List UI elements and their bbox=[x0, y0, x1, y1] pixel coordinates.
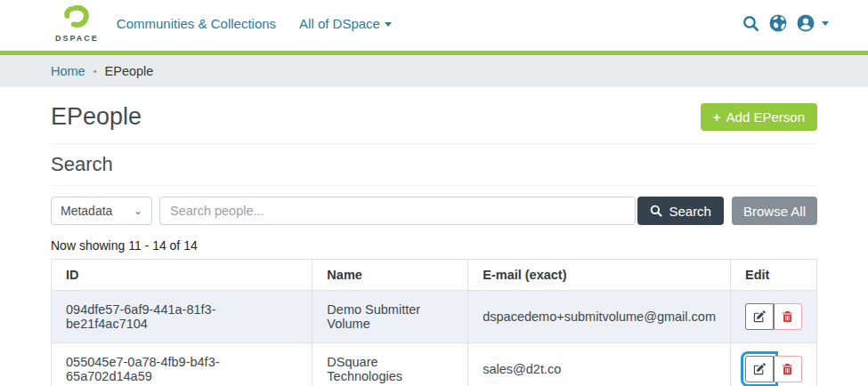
breadcrumb-current: EPeople bbox=[105, 64, 154, 78]
delete-eperson-button[interactable] bbox=[774, 303, 802, 330]
chevron-down-icon bbox=[385, 22, 392, 27]
plus-icon: + bbox=[713, 109, 721, 125]
delete-eperson-button[interactable] bbox=[774, 356, 802, 382]
trash-icon bbox=[782, 310, 793, 323]
top-navbar: DSPACE Communities & Collections All of … bbox=[0, 0, 868, 55]
column-header-id: ID bbox=[52, 260, 312, 291]
table-row: 055045e7-0a78-4fb9-b4f3-65a702d14a59 DSq… bbox=[52, 343, 817, 386]
dspace-logo-text: DSPACE bbox=[55, 34, 99, 43]
column-header-name: Name bbox=[312, 260, 468, 291]
globe-icon[interactable] bbox=[769, 14, 787, 32]
cell-name: DSquare Technologies bbox=[312, 343, 468, 386]
search-icon bbox=[650, 205, 662, 217]
cell-email: sales@d2t.co bbox=[468, 343, 731, 386]
edit-eperson-button[interactable] bbox=[745, 303, 774, 330]
page-title: EPeople bbox=[51, 103, 142, 131]
cell-id: 094dfe57-6af9-441a-81f3-be21f4ac7104 bbox=[52, 291, 312, 343]
divider bbox=[51, 185, 817, 186]
user-icon[interactable] bbox=[797, 14, 815, 32]
cell-email: dspacedemo+submitvolume@gmail.com bbox=[468, 291, 731, 343]
user-menu-caret-icon[interactable] bbox=[822, 21, 829, 26]
cell-name: Demo Submitter Volume bbox=[312, 291, 468, 343]
breadcrumb-home[interactable]: Home bbox=[51, 64, 85, 78]
search-input[interactable] bbox=[159, 197, 636, 225]
trash-icon bbox=[782, 363, 793, 375]
browse-all-button[interactable]: Browse All bbox=[732, 197, 817, 225]
column-header-email: E-mail (exact) bbox=[468, 260, 731, 291]
breadcrumb: Home • EPeople bbox=[0, 55, 868, 87]
results-count: Now showing 11 - 14 of 14 bbox=[51, 238, 817, 253]
nav-links: Communities & Collections All of DSpace bbox=[117, 16, 742, 31]
chevron-down-icon: ⌄ bbox=[134, 205, 142, 217]
dspace-logo[interactable]: DSPACE bbox=[55, 4, 99, 43]
breadcrumb-separator: • bbox=[93, 66, 97, 76]
add-eperson-button[interactable]: +Add EPerson bbox=[701, 103, 817, 131]
table-row: 094dfe57-6af9-441a-81f3-be21f4ac7104 Dem… bbox=[52, 291, 817, 343]
search-icon[interactable] bbox=[742, 15, 759, 32]
pencil-square-icon bbox=[753, 363, 766, 375]
search-form: Metadata ⌄ Search Browse All bbox=[51, 197, 817, 225]
nav-all-of-dspace[interactable]: All of DSpace bbox=[299, 16, 392, 31]
divider bbox=[51, 143, 817, 144]
search-button[interactable]: Search bbox=[637, 197, 724, 225]
edit-eperson-button-highlighted[interactable] bbox=[745, 356, 774, 382]
column-header-edit: Edit bbox=[730, 260, 816, 291]
search-scope-select[interactable]: Metadata ⌄ bbox=[51, 197, 152, 225]
pencil-square-icon bbox=[753, 310, 766, 323]
nav-communities-collections[interactable]: Communities & Collections bbox=[117, 16, 276, 31]
cell-id: 055045e7-0a78-4fb9-b4f3-65a702d14a59 bbox=[52, 343, 312, 386]
epeople-table: ID Name E-mail (exact) Edit 094dfe57-6af… bbox=[51, 259, 817, 386]
search-heading: Search bbox=[51, 153, 817, 176]
dspace-logo-icon bbox=[63, 4, 90, 33]
